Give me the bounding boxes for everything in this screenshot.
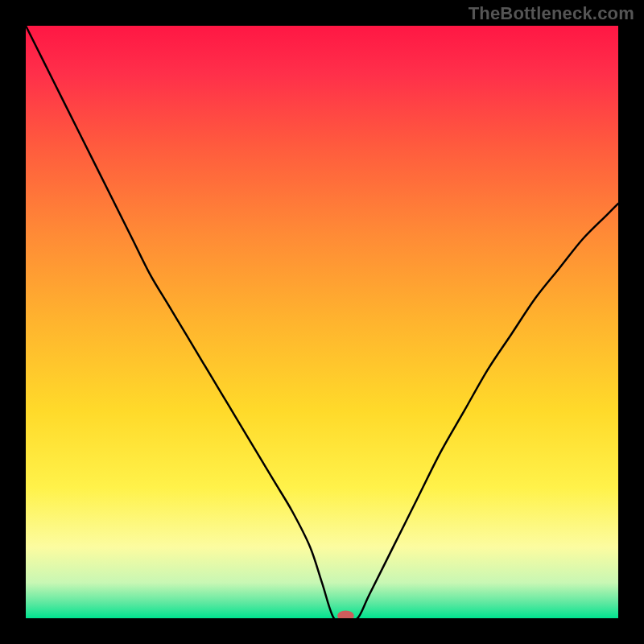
gradient-background bbox=[26, 26, 618, 618]
plot-svg bbox=[26, 26, 618, 618]
chart-frame: TheBottleneck.com bbox=[0, 0, 644, 644]
watermark-text: TheBottleneck.com bbox=[469, 3, 634, 24]
plot-area bbox=[26, 26, 618, 618]
